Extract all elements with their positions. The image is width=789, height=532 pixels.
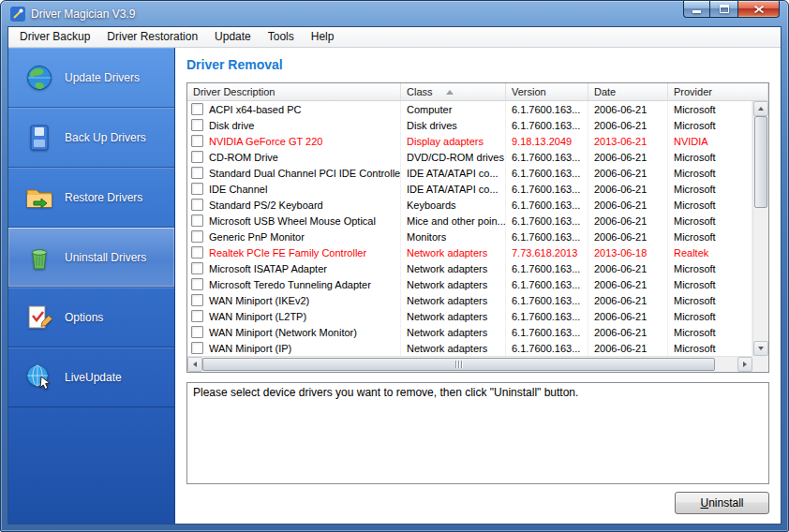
row-checkbox[interactable] [191, 246, 203, 259]
row-date: 2006-06-21 [588, 165, 668, 181]
row-checkbox[interactable] [191, 326, 203, 338]
table-row[interactable]: Microsoft USB Wheel Mouse Optical Mice a… [187, 213, 752, 229]
sidebar-item-label: LiveUpdate [65, 371, 122, 384]
row-class: Network adapters [401, 340, 506, 356]
table-row[interactable]: WAN Miniport (Network Monitor) Network a… [187, 324, 752, 340]
row-class: Network adapters [401, 244, 506, 260]
row-class: Network adapters [401, 324, 506, 340]
table-row[interactable]: Realtek PCIe FE Family Controller Networ… [187, 244, 752, 260]
row-checkbox[interactable] [191, 135, 203, 147]
row-checkbox[interactable] [191, 310, 203, 322]
sidebar-item-uninstall-drivers[interactable]: Uninstall Drivers [8, 228, 174, 288]
table-row[interactable]: Generic PnP Monitor Monitors 6.1.7600.16… [187, 229, 752, 244]
table-row[interactable]: Standard Dual Channel PCI IDE Controller… [187, 165, 752, 181]
vertical-scroll-thumb[interactable] [754, 116, 767, 208]
sidebar-item-update-drivers[interactable]: Update Drivers [8, 48, 174, 108]
sidebar-item-liveupdate[interactable]: LiveUpdate [8, 347, 174, 407]
row-description: Realtek PCIe FE Family Controller [209, 247, 366, 259]
menu-item-update[interactable]: Update [206, 27, 260, 47]
row-checkbox[interactable] [191, 151, 203, 163]
vertical-scroll-track[interactable] [753, 116, 768, 341]
scroll-left-button[interactable] [187, 357, 202, 372]
uninstall-button[interactable]: Uninstall [675, 492, 769, 514]
table-row[interactable]: WAN Miniport (IKEv2) Network adapters 6.… [187, 292, 752, 308]
table-row[interactable]: NVIDIA GeForce GT 220 Display adapters 9… [187, 133, 752, 149]
row-description: Standard Dual Channel PCI IDE Controller [209, 168, 401, 179]
scroll-down-button[interactable] [753, 341, 768, 356]
column-header-version[interactable]: Version [506, 83, 588, 100]
table-row[interactable]: Microsoft ISATAP Adapter Network adapter… [187, 260, 752, 276]
row-provider: Microsoft [668, 340, 752, 356]
page-title: Driver Removal [186, 57, 769, 72]
row-provider: Microsoft [668, 324, 752, 340]
row-version: 9.18.13.2049 [506, 133, 588, 149]
table-row[interactable]: CD-ROM Drive DVD/CD-ROM drives 6.1.7600.… [187, 149, 752, 165]
row-class: Mice and other poin... [401, 213, 506, 229]
horizontal-scrollbar[interactable] [187, 356, 752, 372]
row-provider: Microsoft [668, 197, 752, 213]
column-header-date[interactable]: Date [588, 83, 668, 100]
row-date: 2006-06-21 [588, 308, 668, 324]
sidebar: Update Drivers Back Up Drivers Restore D… [8, 48, 175, 524]
table-row[interactable]: Disk drive Disk drives 6.1.7600.163... 2… [187, 117, 752, 133]
table-row[interactable]: Standard PS/2 Keyboard Keyboards 6.1.760… [187, 197, 752, 213]
menu-item-driver-backup[interactable]: Driver Backup [11, 27, 98, 47]
row-checkbox[interactable] [191, 103, 203, 115]
row-description: CD-ROM Drive [209, 152, 278, 163]
column-header-description[interactable]: Driver Description [187, 83, 401, 100]
maximize-button[interactable] [710, 1, 737, 18]
close-button[interactable] [737, 1, 780, 18]
sidebar-item-back-up-drivers[interactable]: Back Up Drivers [8, 108, 174, 168]
menu-item-help[interactable]: Help [303, 27, 343, 47]
scroll-right-button[interactable] [737, 357, 752, 372]
sidebar-item-restore-drivers[interactable]: Restore Drivers [8, 168, 174, 228]
row-checkbox[interactable] [191, 230, 203, 243]
window-controls [683, 1, 780, 18]
row-class: IDE ATA/ATAPI co... [401, 181, 506, 197]
horizontal-scroll-thumb[interactable] [202, 358, 715, 371]
table-row[interactable]: Microsoft Teredo Tunneling Adapter Netwo… [187, 276, 752, 292]
sidebar-item-options[interactable]: Options [8, 288, 174, 347]
vertical-scrollbar[interactable] [752, 101, 768, 356]
table-row[interactable]: IDE Channel IDE ATA/ATAPI co... 6.1.7600… [187, 181, 752, 197]
scroll-up-button[interactable] [753, 101, 768, 116]
menu-item-tools[interactable]: Tools [260, 27, 303, 47]
row-date: 2006-06-21 [588, 101, 668, 117]
row-checkbox[interactable] [191, 278, 203, 290]
column-header-class[interactable]: Class [401, 83, 506, 100]
row-description: WAN Miniport (Network Monitor) [209, 327, 357, 338]
menu-item-driver-restoration[interactable]: Driver Restoration [98, 27, 206, 47]
row-version: 6.1.7600.163... [506, 324, 588, 340]
titlebar[interactable]: Driver Magician V3.9 [1, 1, 788, 26]
table-row[interactable]: ACPI x64-based PC Computer 6.1.7600.163.… [187, 101, 752, 117]
row-checkbox[interactable] [191, 199, 203, 211]
driver-table-header: Driver Description Class Version Date [187, 83, 768, 101]
row-provider: Microsoft [668, 165, 752, 181]
table-row[interactable]: WAN Miniport (L2TP) Network adapters 6.1… [187, 308, 752, 324]
row-description: Generic PnP Monitor [209, 231, 305, 243]
row-checkbox[interactable] [191, 119, 203, 131]
row-version: 6.1.7600.163... [506, 149, 588, 165]
row-checkbox[interactable] [191, 167, 203, 179]
minimize-button[interactable] [683, 1, 710, 18]
row-description: Standard PS/2 Keyboard [209, 200, 323, 211]
row-checkbox[interactable] [191, 294, 203, 306]
row-version: 6.1.7600.163... [506, 165, 588, 181]
row-date: 2006-06-21 [588, 229, 668, 244]
row-description: WAN Miniport (IP) [209, 343, 291, 354]
row-checkbox[interactable] [191, 342, 203, 354]
row-checkbox[interactable] [191, 183, 203, 195]
row-provider: NVIDIA [668, 133, 752, 149]
table-row[interactable]: WAN Miniport (IP) Network adapters 6.1.7… [187, 340, 752, 356]
horizontal-scroll-track[interactable] [202, 357, 737, 372]
row-date: 2013-06-18 [588, 244, 668, 260]
column-header-provider[interactable]: Provider [668, 83, 768, 100]
row-checkbox[interactable] [191, 214, 203, 227]
row-class: Network adapters [401, 260, 506, 276]
row-description: IDE Channel [209, 184, 267, 195]
row-description: Microsoft Teredo Tunneling Adapter [209, 279, 371, 290]
row-class: Network adapters [401, 292, 506, 308]
close-icon [754, 6, 764, 13]
row-provider: Microsoft [668, 181, 752, 197]
row-checkbox[interactable] [191, 262, 203, 274]
